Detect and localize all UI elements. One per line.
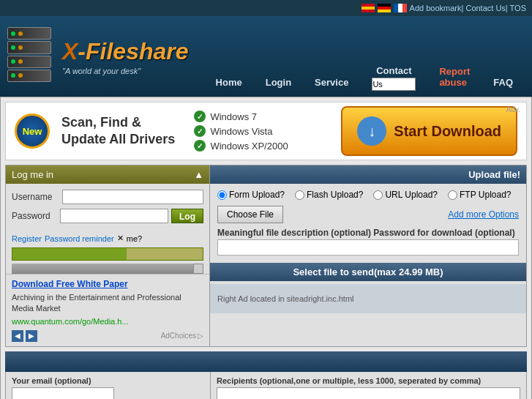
logo-tagline: "A world at your desk" bbox=[62, 67, 189, 75]
start-download-button[interactable]: ↓ Start Download bbox=[341, 106, 517, 156]
logo-text: X-Fileshare "A world at your desk" bbox=[62, 38, 189, 75]
logo-area: X-Fileshare "A world at your desk" bbox=[0, 27, 204, 86]
recipients-input[interactable] bbox=[217, 387, 520, 399]
form-upload-radio[interactable] bbox=[217, 190, 227, 200]
add-more-options-link[interactable]: Add more Options bbox=[448, 209, 519, 220]
username-input[interactable] bbox=[62, 190, 203, 204]
email-input[interactable] bbox=[12, 387, 114, 399]
logo-fileshare: Fileshare bbox=[86, 38, 189, 64]
check-icon-xp: ✓ bbox=[194, 140, 206, 152]
url-upload-option[interactable]: URL Upload? bbox=[373, 190, 438, 200]
ad-check-xp: ✓ Windows XP/2000 bbox=[194, 140, 288, 152]
ad-prev-button[interactable]: ◀ bbox=[12, 330, 23, 342]
server-unit-2 bbox=[7, 41, 51, 53]
upload-options: Form Upload? Flash Upload? URL Upload? F… bbox=[210, 184, 526, 203]
nav-login[interactable]: Login bbox=[254, 71, 303, 97]
ad-headline: Scan, Find &Update All Drivers bbox=[61, 114, 175, 149]
logo-main: X-Fileshare bbox=[62, 38, 189, 65]
username-label: Username bbox=[12, 192, 59, 202]
flag-spain-icon[interactable] bbox=[361, 4, 375, 12]
flash-upload-label: Flash Upload? bbox=[307, 190, 363, 200]
login-progress-bar bbox=[12, 247, 203, 261]
ad-checks: ✓ Windows 7 ✓ Windows Vista ✓ Windows XP… bbox=[194, 111, 288, 152]
upload-row: Choose File Add more Options bbox=[210, 203, 526, 226]
log-button[interactable]: Log bbox=[171, 209, 203, 223]
top-bar: Add bookmark| Contact Us| TOS bbox=[0, 0, 532, 16]
log-me-in-title: Log me in bbox=[12, 169, 53, 180]
select-file-title: Select file to send(max 24.99 MB) bbox=[293, 266, 443, 277]
flag-france-icon[interactable] bbox=[394, 4, 407, 12]
password-input[interactable] bbox=[60, 209, 168, 223]
right-panel: Upload file! Form Upload? Flash Upload? … bbox=[210, 165, 527, 347]
collapse-icon[interactable]: ▲ bbox=[194, 169, 203, 180]
tos-link[interactable]: TOS bbox=[510, 4, 526, 12]
download-arrow-icon: ↓ bbox=[357, 116, 386, 146]
ad-win7-label: Windows 7 bbox=[210, 111, 257, 122]
nav-service[interactable]: Service bbox=[303, 71, 360, 97]
nav-report-abuse[interactable]: Report abuse bbox=[427, 60, 482, 97]
ad-nav-arrows: ◀ ▶ bbox=[12, 330, 37, 342]
left-ad-title[interactable]: Download Free White Paper bbox=[12, 279, 203, 289]
logo-dash: - bbox=[78, 38, 86, 64]
add-bookmark-link[interactable]: Add bookmark bbox=[410, 4, 462, 12]
flash-upload-radio[interactable] bbox=[295, 190, 304, 200]
logo-x: X bbox=[62, 38, 78, 64]
username-row: Username bbox=[12, 190, 203, 204]
desc-input[interactable] bbox=[217, 239, 519, 256]
password-reminder-link[interactable]: Password reminder bbox=[45, 234, 114, 243]
left-ad-url[interactable]: www.quantum.com/go/Media.h... bbox=[12, 317, 203, 326]
choose-file-button[interactable]: Choose File bbox=[217, 206, 283, 223]
nav-home[interactable]: Home bbox=[204, 71, 254, 97]
ad-choices-icon: ▷ bbox=[198, 332, 203, 340]
bottom-form: Your email (optional) Recipients (option… bbox=[5, 372, 527, 399]
ad-choices-label: AdChoices bbox=[161, 332, 196, 340]
url-upload-radio[interactable] bbox=[373, 190, 383, 200]
login-form: Username Password Log bbox=[6, 184, 209, 234]
recipients-section: Recipients (optional,one or multiple, le… bbox=[211, 372, 526, 399]
ad-check-win7: ✓ Windows 7 bbox=[194, 111, 288, 122]
form-upload-label: Form Upload? bbox=[229, 190, 285, 200]
recipients-label: Recipients (optional,one or multiple, le… bbox=[217, 376, 520, 385]
login-links: Register Password reminder ✕ me? bbox=[6, 234, 209, 247]
ftp-upload-option[interactable]: FTP Upload? bbox=[448, 190, 511, 200]
server-unit-4 bbox=[7, 70, 51, 82]
server-unit-3 bbox=[7, 56, 51, 68]
password-row: Password Log bbox=[12, 209, 203, 223]
server-unit-1 bbox=[7, 27, 51, 40]
x-icon: ✕ bbox=[117, 234, 124, 243]
ad-choices: AdChoices ▷ bbox=[161, 332, 203, 340]
main-wrapper: New Scan, Find &Update All Drivers ✓ Win… bbox=[0, 97, 532, 399]
flash-upload-option[interactable]: Flash Upload? bbox=[295, 190, 363, 200]
ftp-upload-label: FTP Upload? bbox=[460, 190, 511, 200]
form-upload-option[interactable]: Form Upload? bbox=[217, 190, 285, 200]
nav-contact[interactable]: Contact bbox=[360, 59, 427, 97]
logo-icon bbox=[7, 27, 59, 86]
nav-items: Home Login Service Contact Report abuse … bbox=[204, 16, 525, 97]
email-section: Your email (optional) bbox=[6, 372, 211, 399]
ad-new-badge: New bbox=[15, 113, 50, 149]
register-link[interactable]: Register bbox=[12, 234, 42, 243]
ad-label: Adv. bbox=[506, 105, 520, 113]
server-stack bbox=[7, 27, 51, 82]
scroll-bar[interactable] bbox=[12, 264, 203, 274]
two-col-section: Log me in ▲ Username Password Log Regist… bbox=[5, 165, 527, 347]
flag-germany-icon[interactable] bbox=[378, 4, 391, 12]
upload-file-title: Upload file! bbox=[468, 169, 520, 180]
left-ad: Download Free White Paper Archiving in t… bbox=[6, 274, 209, 346]
desc-label: Meaningful file description (optional) P… bbox=[217, 228, 515, 238]
contact-input[interactable] bbox=[372, 78, 416, 91]
ftp-upload-radio[interactable] bbox=[448, 190, 457, 200]
select-file-header: Select file to send(max 24.99 MB) bbox=[210, 263, 526, 281]
ad-next-button[interactable]: ▶ bbox=[26, 330, 37, 342]
remember-me-label: me? bbox=[127, 234, 142, 243]
scroll-thumb[interactable] bbox=[193, 264, 203, 274]
header: X-Fileshare "A world at your desk" Home … bbox=[0, 16, 532, 97]
ad-xp-label: Windows XP/2000 bbox=[210, 141, 288, 152]
main-nav: Home Login Service Contact Report abuse … bbox=[204, 16, 532, 97]
nav-faq[interactable]: FAQ bbox=[482, 71, 525, 97]
bottom-gradient-bar bbox=[5, 351, 527, 372]
contact-us-link[interactable]: Contact Us bbox=[465, 4, 505, 12]
url-upload-label: URL Upload? bbox=[385, 190, 438, 200]
top-bar-links: Add bookmark| Contact Us| TOS bbox=[410, 4, 526, 12]
email-label: Your email (optional) bbox=[12, 376, 204, 385]
